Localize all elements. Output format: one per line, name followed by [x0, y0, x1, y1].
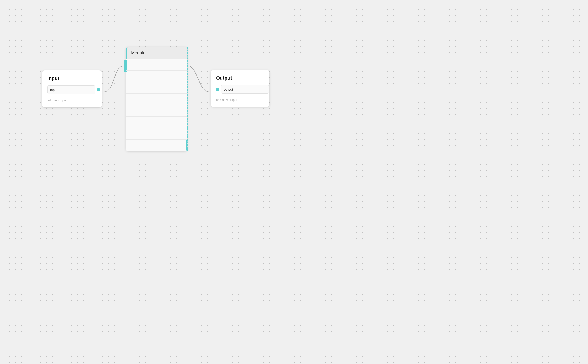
output-node-title: Output	[216, 75, 264, 81]
output-input-port[interactable]	[216, 88, 219, 91]
module-row-6	[126, 117, 187, 128]
input-field[interactable]	[47, 85, 95, 94]
module-header: Module	[126, 47, 187, 59]
add-new-output-label[interactable]: add new output	[216, 97, 264, 103]
module-row-7	[126, 128, 187, 140]
connection-input-to-module	[104, 66, 124, 92]
input-node-title: Input	[47, 76, 97, 81]
output-node: Output add new output	[211, 70, 269, 107]
module-row-3	[126, 82, 187, 94]
module-row-8	[126, 140, 187, 151]
connection-module-to-output	[187, 66, 209, 92]
input-field-row	[47, 85, 97, 94]
connections-layer	[0, 0, 588, 364]
module-body	[126, 59, 187, 151]
output-field[interactable]	[221, 85, 269, 94]
output-field-row	[216, 85, 264, 94]
input-node: Input add new input	[42, 70, 102, 107]
module-output-port[interactable]	[186, 140, 187, 151]
module-title: Module	[131, 51, 146, 55]
module-row-4	[126, 94, 187, 105]
module-row-5	[126, 105, 187, 117]
module-row-2	[126, 71, 187, 82]
module-row-1	[126, 59, 187, 71]
input-output-port[interactable]	[97, 88, 100, 91]
module-node: Module	[126, 47, 187, 151]
add-new-input-label[interactable]: add new input	[47, 98, 97, 103]
